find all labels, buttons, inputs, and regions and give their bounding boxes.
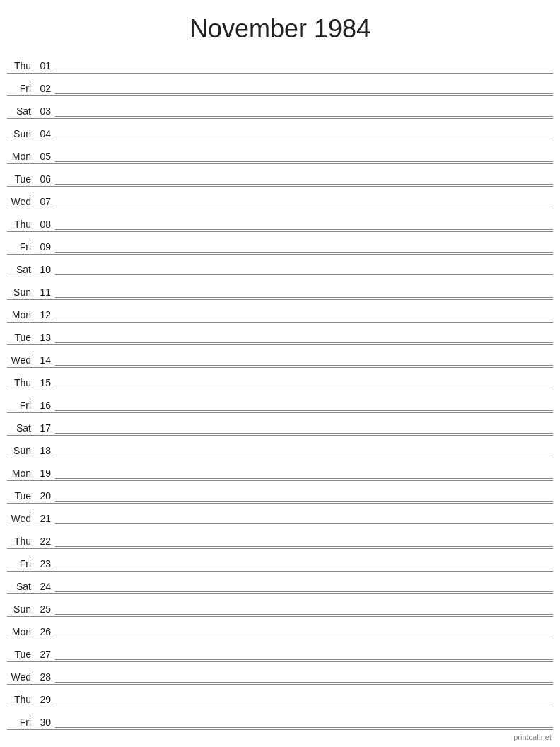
day-number: 24	[34, 581, 55, 592]
day-line	[55, 71, 553, 71]
calendar-row: Mon19	[7, 458, 553, 481]
day-name: Sat	[7, 264, 34, 275]
day-number: 05	[34, 151, 55, 162]
day-name: Thu	[7, 535, 34, 547]
calendar-row: Wed07	[7, 187, 553, 209]
day-number: 14	[34, 354, 55, 366]
day-number: 19	[34, 468, 55, 479]
day-line	[55, 410, 553, 411]
day-line	[55, 659, 553, 660]
day-line	[55, 139, 553, 139]
day-line	[55, 705, 553, 705]
calendar-row: Fri23	[7, 549, 553, 572]
day-line	[55, 727, 553, 728]
day-number: 27	[34, 649, 55, 660]
day-name: Wed	[7, 513, 34, 524]
calendar-row: Wed21	[7, 504, 553, 526]
day-name: Tue	[7, 490, 34, 502]
day-name: Mon	[7, 468, 34, 479]
day-line	[55, 365, 553, 366]
day-number: 04	[34, 128, 55, 139]
day-number: 29	[34, 694, 55, 705]
day-name: Fri	[7, 717, 34, 728]
day-number: 18	[34, 445, 55, 456]
calendar-row: Fri02	[7, 74, 553, 96]
day-name: Sun	[7, 128, 34, 139]
day-line	[55, 501, 553, 502]
day-number: 11	[34, 286, 55, 298]
calendar-row: Wed28	[7, 662, 553, 685]
day-name: Sat	[7, 581, 34, 592]
day-number: 25	[34, 603, 55, 615]
day-name: Sat	[7, 422, 34, 434]
day-line	[55, 229, 553, 230]
day-line	[55, 523, 553, 524]
day-line	[55, 478, 553, 479]
calendar-row: Mon12	[7, 300, 553, 323]
day-number: 12	[34, 309, 55, 320]
day-number: 06	[34, 173, 55, 185]
day-name: Sun	[7, 603, 34, 615]
day-number: 17	[34, 422, 55, 434]
day-name: Mon	[7, 626, 34, 637]
calendar-row: Tue20	[7, 481, 553, 504]
day-line	[55, 207, 553, 207]
day-name: Tue	[7, 332, 34, 343]
day-name: Fri	[7, 241, 34, 253]
day-name: Wed	[7, 354, 34, 366]
day-number: 10	[34, 264, 55, 275]
calendar-row: Tue13	[7, 323, 553, 345]
day-name: Fri	[7, 558, 34, 569]
day-number: 03	[34, 105, 55, 117]
day-number: 01	[34, 60, 55, 71]
day-line	[55, 456, 553, 456]
day-number: 30	[34, 717, 55, 728]
calendar-row: Tue27	[7, 639, 553, 662]
calendar-row: Thu22	[7, 526, 553, 549]
calendar-row: Sat17	[7, 413, 553, 436]
day-name: Thu	[7, 377, 34, 388]
day-line	[55, 682, 553, 683]
day-number: 22	[34, 535, 55, 547]
calendar-row: Sun18	[7, 436, 553, 458]
watermark: printcal.net	[513, 733, 552, 741]
calendar-row: Sun04	[7, 119, 553, 141]
day-line	[55, 637, 553, 637]
day-number: 08	[34, 219, 55, 230]
day-line	[55, 614, 553, 615]
day-name: Mon	[7, 309, 34, 320]
day-line	[55, 297, 553, 298]
calendar-row: Fri30	[7, 707, 553, 730]
calendar-row: Fri09	[7, 232, 553, 255]
day-line	[55, 433, 553, 434]
day-number: 07	[34, 196, 55, 207]
day-line	[55, 569, 553, 569]
day-line	[55, 93, 553, 94]
day-number: 13	[34, 332, 55, 343]
calendar-container: Thu01Fri02Sat03Sun04Mon05Tue06Wed07Thu08…	[0, 51, 560, 730]
day-number: 16	[34, 400, 55, 411]
calendar-row: Wed14	[7, 345, 553, 368]
day-number: 15	[34, 377, 55, 388]
calendar-row: Thu08	[7, 209, 553, 232]
day-number: 02	[34, 83, 55, 94]
day-name: Fri	[7, 400, 34, 411]
calendar-row: Fri16	[7, 390, 553, 413]
calendar-row: Sat10	[7, 255, 553, 277]
day-line	[55, 161, 553, 162]
day-line	[55, 184, 553, 185]
day-line	[55, 546, 553, 547]
page-title: November 1984	[0, 0, 560, 51]
calendar-row: Sat24	[7, 572, 553, 594]
day-line	[55, 116, 553, 117]
day-line	[55, 252, 553, 253]
day-line	[55, 388, 553, 388]
day-name: Thu	[7, 219, 34, 230]
day-line	[55, 274, 553, 275]
calendar-row: Thu15	[7, 368, 553, 390]
day-name: Thu	[7, 60, 34, 71]
calendar-row: Sun11	[7, 277, 553, 300]
day-number: 09	[34, 241, 55, 253]
calendar-row: Mon26	[7, 617, 553, 639]
calendar-row: Thu29	[7, 685, 553, 707]
